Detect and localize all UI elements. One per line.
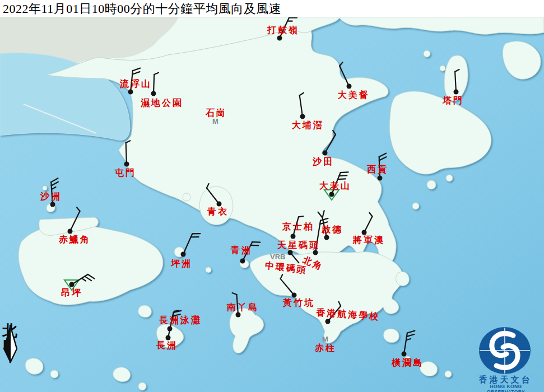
missing-data-marker: M bbox=[322, 335, 328, 343]
wind-barb-line bbox=[338, 179, 346, 179]
station-label: 昂坪 bbox=[61, 288, 82, 297]
wind-barb-line bbox=[126, 143, 127, 164]
station-label: 南丫島 bbox=[227, 303, 259, 312]
station-dot bbox=[362, 230, 367, 235]
station-label: 橫瀾島 bbox=[392, 358, 424, 367]
station-label: 長洲泳灘 bbox=[159, 316, 202, 325]
station-dot bbox=[288, 250, 293, 255]
station-dot bbox=[236, 312, 241, 318]
station-label: 大美督 bbox=[338, 91, 370, 100]
station-label: 打鼓嶺 bbox=[267, 26, 299, 35]
station-dot bbox=[326, 319, 331, 324]
station-label: 黃竹坑 bbox=[283, 298, 315, 307]
station-label: 塔門 bbox=[443, 96, 464, 105]
hko-logo: 香港天文台 HONG KONG OBSERVATORY bbox=[476, 326, 541, 391]
hko-wind-map-screen: 2022年11月01日10時00分的十分鐘平均風向及風速 打鼓嶺流浮山濕地公園石… bbox=[0, 0, 544, 392]
station-dot bbox=[323, 151, 328, 156]
station-label: 青洲 bbox=[231, 246, 252, 255]
station-dot bbox=[378, 176, 383, 181]
station-label: 流浮山 bbox=[120, 80, 152, 88]
wind-barb-line bbox=[154, 74, 154, 94]
station-dot bbox=[329, 192, 334, 197]
north-arrow-icon bbox=[1, 324, 20, 364]
station-label: 大老山 bbox=[319, 181, 351, 190]
station-label: 沙洲 bbox=[40, 192, 62, 201]
station-dot bbox=[68, 229, 73, 234]
north-compass: 北 N bbox=[1, 324, 24, 352]
station-label: 濕地公園 bbox=[141, 99, 183, 108]
station-label: 赤鱲角 bbox=[59, 235, 91, 244]
station-dot bbox=[240, 259, 245, 264]
station-dot bbox=[181, 252, 186, 257]
station-label: 天星碼頭 bbox=[277, 241, 320, 250]
station-dot bbox=[324, 235, 329, 240]
page-title: 2022年11月01日10時00分的十分鐘平均風向及風速 bbox=[3, 1, 281, 17]
station-dot bbox=[454, 90, 459, 95]
station-dot bbox=[166, 335, 171, 340]
station-dot bbox=[217, 202, 222, 207]
station-label: 長洲 bbox=[156, 341, 178, 350]
variable-wind-marker: VRB bbox=[270, 253, 285, 260]
station-label: 啟德 bbox=[322, 225, 343, 234]
station-dot bbox=[151, 91, 156, 96]
station-dot bbox=[313, 250, 318, 255]
station-label: 京士柏 bbox=[282, 222, 314, 231]
station-dot bbox=[69, 282, 75, 287]
wind-barb-line bbox=[339, 175, 347, 176]
station-label: 西貢 bbox=[367, 165, 388, 174]
station-dot bbox=[124, 162, 129, 167]
station-label: 赤柱 bbox=[315, 344, 336, 353]
station-label: 大埔滘 bbox=[292, 121, 324, 130]
station-label: 屯門 bbox=[115, 169, 136, 178]
station-dot bbox=[50, 202, 55, 207]
station-dot bbox=[292, 293, 297, 298]
station-dot bbox=[402, 352, 407, 357]
title-bar: 2022年11月01日10時00分的十分鐘平均風向及風速 bbox=[0, 0, 544, 17]
hko-logo-icon bbox=[476, 326, 534, 377]
station-label: 將軍澳 bbox=[353, 236, 385, 245]
station-label: 青衣 bbox=[207, 207, 229, 216]
station-dot bbox=[347, 84, 352, 89]
hko-logo-name-en: HONG KONG OBSERVATORY bbox=[472, 384, 540, 392]
wind-barb-line bbox=[299, 216, 303, 217]
station-label: 沙田 bbox=[313, 157, 334, 166]
station-dot bbox=[128, 90, 133, 95]
station-dot bbox=[300, 114, 305, 119]
missing-data-marker: M bbox=[212, 118, 218, 125]
station-label: 坪洲 bbox=[171, 259, 192, 268]
hong-kong-map-image bbox=[0, 0, 544, 392]
station-dot bbox=[277, 36, 282, 41]
station-dot bbox=[291, 234, 296, 239]
wind-barb-line bbox=[341, 172, 348, 172]
station-label: 石崗 bbox=[206, 109, 227, 118]
